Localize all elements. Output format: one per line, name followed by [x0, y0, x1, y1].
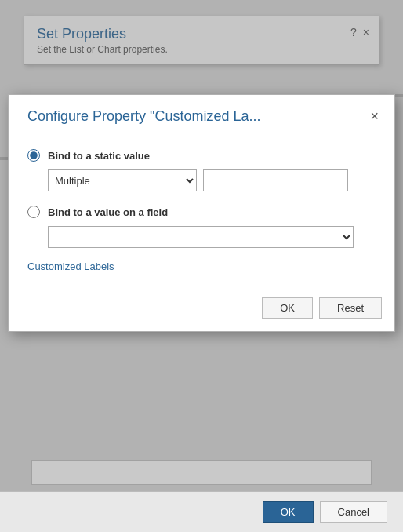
field-dropdown-row [48, 226, 376, 248]
bind-static-label[interactable]: Bind to a static value [48, 150, 150, 162]
field-value-select[interactable] [48, 226, 354, 248]
ok-button[interactable]: OK [262, 297, 313, 319]
static-value-text-input[interactable] [203, 169, 348, 191]
modal-body: Bind to a static value Multiple Single N… [9, 141, 394, 288]
header-divider [9, 133, 394, 133]
modal-title: Configure Property "Customized La... [27, 108, 261, 125]
bind-field-label[interactable]: Bind to a value on a field [48, 206, 168, 218]
modal-footer: OK Reset [9, 288, 394, 331]
option2-row: Bind to a value on a field [27, 206, 376, 218]
bottom-bar: OK Cancel [0, 491, 403, 532]
customized-labels-link[interactable]: Customized Labels [27, 261, 114, 272]
bottom-ok-button[interactable]: OK [263, 501, 314, 523]
bind-field-radio[interactable] [27, 206, 40, 218]
modal-close-button[interactable]: × [367, 107, 382, 125]
reset-button[interactable]: Reset [319, 297, 382, 319]
option1-row: Bind to a static value [27, 149, 376, 162]
bottom-cancel-button[interactable]: Cancel [320, 501, 387, 523]
modal-header: Configure Property "Customized La... × [9, 95, 394, 133]
static-value-controls: Multiple Single None [48, 169, 376, 191]
static-value-select[interactable]: Multiple Single None [48, 169, 197, 191]
bind-static-radio[interactable] [27, 149, 40, 162]
configure-property-modal: Configure Property "Customized La... × B… [8, 94, 395, 332]
